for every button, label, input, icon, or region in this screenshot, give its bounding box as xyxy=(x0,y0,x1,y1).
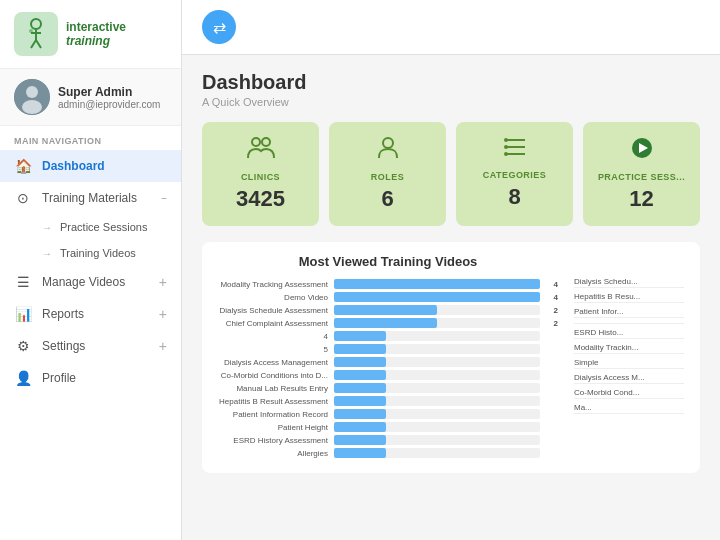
manage-icon: ☰ xyxy=(14,274,32,290)
categories-label: CATEGORIES xyxy=(483,170,546,180)
bar-fill xyxy=(334,357,386,367)
chart-title: Most Viewed Training Videos xyxy=(218,254,558,269)
bar-track xyxy=(334,422,540,432)
bar-track xyxy=(334,344,540,354)
roles-icon xyxy=(377,136,399,166)
bar-count: 2 xyxy=(544,319,558,328)
bar-row: ESRD History Assessment xyxy=(218,435,558,445)
practice-label: PRACTICE SESS... xyxy=(598,172,685,182)
bar-row: Allergies xyxy=(218,448,558,458)
bar-track xyxy=(334,331,540,341)
svg-point-3 xyxy=(26,86,38,98)
svg-point-14 xyxy=(504,152,508,156)
page-title: Dashboard xyxy=(202,71,700,94)
bar-row: Patient Information Record xyxy=(218,409,558,419)
stat-cards: CLINICS 3425 ROLES 6 xyxy=(202,122,700,226)
svg-point-4 xyxy=(22,100,42,114)
svg-point-1 xyxy=(29,29,33,33)
plus-icon-settings: + xyxy=(159,338,167,354)
user-email: admin@ieprovider.com xyxy=(58,99,160,110)
bar-label: 4 xyxy=(218,332,328,341)
svg-point-5 xyxy=(252,138,260,146)
sidebar-item-training-materials[interactable]: ⊙ Training Materials − xyxy=(0,182,181,214)
bar-track xyxy=(334,409,540,419)
swap-button[interactable]: ⇄ xyxy=(202,10,236,44)
bar-label: Dialysis Schedule Assessment xyxy=(218,306,328,315)
bar-row: Dialysis Schedule Assessment 2 xyxy=(218,305,558,315)
bar-fill xyxy=(334,383,386,393)
right-list-item: Simple xyxy=(574,357,684,369)
bar-count: 4 xyxy=(544,293,558,302)
logo-icon xyxy=(14,12,58,56)
bar-fill xyxy=(334,305,437,315)
sidebar-item-profile[interactable]: 👤 Profile xyxy=(0,362,181,394)
bar-track xyxy=(334,357,540,367)
logo-area: interactive training xyxy=(0,0,181,69)
bar-count: 2 xyxy=(544,306,558,315)
bar-track xyxy=(334,305,540,315)
right-list-item: Co-Morbid Cond... xyxy=(574,387,684,399)
bar-label: Chief Complaint Assessment xyxy=(218,319,328,328)
sidebar-item-manage-videos[interactable]: ☰ Manage Videos + xyxy=(0,266,181,298)
categories-icon xyxy=(503,136,527,164)
bar-label: Hepatitis B Result Assessment xyxy=(218,397,328,406)
right-list-item: Patient Infor... xyxy=(574,306,684,318)
sidebar-item-training-videos[interactable]: Training Videos xyxy=(0,240,181,266)
training-icon: ⊙ xyxy=(14,190,32,206)
sidebar-item-practice-sessions[interactable]: Practice Sessions xyxy=(0,214,181,240)
chart-section: Most Viewed Training Videos Modality Tra… xyxy=(202,242,700,473)
bar-track xyxy=(334,383,540,393)
nav-section-label: MAIN NAVIGATION xyxy=(0,126,181,150)
right-list-item: Dialysis Schedu... xyxy=(574,276,684,288)
bar-row: 5 xyxy=(218,344,558,354)
bar-fill xyxy=(334,370,386,380)
roles-value: 6 xyxy=(381,186,393,212)
roles-label: ROLES xyxy=(371,172,404,182)
plus-icon-manage: + xyxy=(159,274,167,290)
svg-point-7 xyxy=(383,138,393,148)
bar-row: 4 xyxy=(218,331,558,341)
bar-row: Manual Lab Results Entry xyxy=(218,383,558,393)
bars-container: Modality Tracking Assessment 4 Demo Vide… xyxy=(218,279,558,458)
chart-right: Dialysis Schedu...Hepatitis B Resu...Pat… xyxy=(574,254,684,461)
user-area[interactable]: Super Admin admin@ieprovider.com xyxy=(0,69,181,126)
bar-row: Dialysis Access Management xyxy=(218,357,558,367)
avatar xyxy=(14,79,50,115)
bar-track xyxy=(334,279,540,289)
bar-count: 4 xyxy=(544,280,558,289)
bar-track xyxy=(334,396,540,406)
bar-fill xyxy=(334,331,386,341)
bar-fill xyxy=(334,292,540,302)
bar-label: Patient Information Record xyxy=(218,410,328,419)
categories-value: 8 xyxy=(508,184,520,210)
bar-track xyxy=(334,292,540,302)
bar-fill xyxy=(334,409,386,419)
stat-card-practice: PRACTICE SESS... 12 xyxy=(583,122,700,226)
sidebar-item-dashboard[interactable]: 🏠 Dashboard xyxy=(0,150,181,182)
sidebar: interactive training Super Admin admin@i… xyxy=(0,0,182,540)
page-subtitle: A Quick Overview xyxy=(202,96,700,108)
bar-row: Hepatitis B Result Assessment xyxy=(218,396,558,406)
settings-icon: ⚙ xyxy=(14,338,32,354)
chevron-icon: − xyxy=(161,193,167,204)
bar-fill xyxy=(334,396,386,406)
bar-fill xyxy=(334,448,386,458)
right-list-item: Dialysis Access M... xyxy=(574,372,684,384)
reports-icon: 📊 xyxy=(14,306,32,322)
right-list-item: ESRD Histo... xyxy=(574,327,684,339)
top-bar: ⇄ xyxy=(182,0,720,55)
sidebar-item-settings[interactable]: ⚙ Settings + xyxy=(0,330,181,362)
bar-track xyxy=(334,370,540,380)
user-info: Super Admin admin@ieprovider.com xyxy=(58,85,160,110)
bar-fill xyxy=(334,435,386,445)
profile-icon: 👤 xyxy=(14,370,32,386)
bar-label: Demo Video xyxy=(218,293,328,302)
right-list-item xyxy=(574,321,684,324)
bar-fill xyxy=(334,422,386,432)
bar-fill xyxy=(334,279,540,289)
right-list-item: Ma... xyxy=(574,402,684,414)
sidebar-item-reports[interactable]: 📊 Reports + xyxy=(0,298,181,330)
bar-label: Patient Height xyxy=(218,423,328,432)
home-icon: 🏠 xyxy=(14,158,32,174)
bar-row: Co-Morbid Conditions into D... xyxy=(218,370,558,380)
